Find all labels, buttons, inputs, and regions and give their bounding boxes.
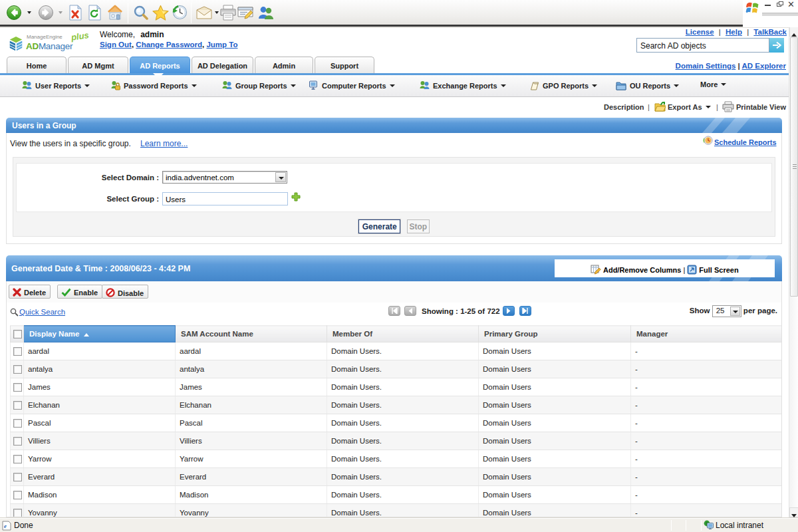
svg-text:e: e <box>4 523 7 529</box>
